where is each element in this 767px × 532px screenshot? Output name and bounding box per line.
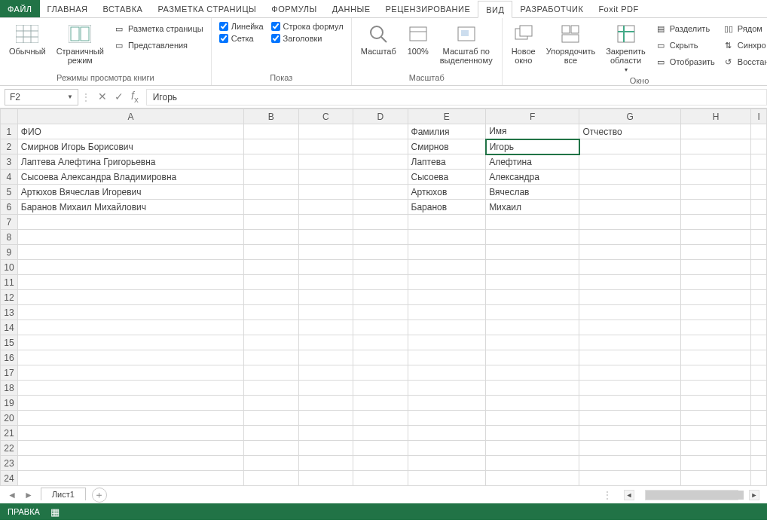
cell-D13[interactable] bbox=[353, 305, 408, 320]
cell-E15[interactable] bbox=[408, 335, 486, 350]
col-header-C[interactable]: C bbox=[298, 109, 353, 124]
cell-H8[interactable] bbox=[681, 230, 751, 245]
row-header-18[interactable]: 18 bbox=[1, 381, 18, 396]
cell-B10[interactable] bbox=[244, 260, 298, 275]
cell-I15[interactable] bbox=[751, 335, 767, 350]
cell-F11[interactable] bbox=[486, 275, 579, 290]
cell-B5[interactable] bbox=[244, 185, 298, 200]
cell-B18[interactable] bbox=[244, 381, 298, 396]
row-header-22[interactable]: 22 bbox=[1, 441, 18, 456]
cell-I2[interactable] bbox=[751, 139, 767, 154]
cell-A12[interactable] bbox=[17, 290, 243, 305]
cell-E9[interactable] bbox=[408, 245, 486, 260]
cell-F7[interactable] bbox=[486, 215, 579, 230]
cell-B6[interactable] bbox=[244, 200, 298, 215]
hide-button[interactable]: ▭Скрыть bbox=[653, 38, 717, 53]
cell-B20[interactable] bbox=[244, 411, 298, 426]
cell-I5[interactable] bbox=[751, 185, 767, 200]
cell-G5[interactable] bbox=[579, 185, 681, 200]
cell-F24[interactable] bbox=[486, 471, 579, 486]
cell-C16[interactable] bbox=[298, 350, 353, 365]
cell-A16[interactable] bbox=[17, 350, 243, 365]
cell-A18[interactable] bbox=[17, 381, 243, 396]
col-header-H[interactable]: H bbox=[681, 109, 751, 124]
cell-A11[interactable] bbox=[17, 275, 243, 290]
zoom-100-button[interactable]: 100% bbox=[404, 21, 432, 57]
tab-view[interactable]: ВИД bbox=[478, 1, 512, 18]
cell-F18[interactable] bbox=[486, 381, 579, 396]
cell-B3[interactable] bbox=[244, 154, 298, 170]
arrange-all-button[interactable]: Упорядочить все bbox=[543, 21, 598, 66]
cell-H23[interactable] bbox=[681, 456, 751, 471]
cell-I24[interactable] bbox=[751, 471, 767, 486]
cell-E11[interactable] bbox=[408, 275, 486, 290]
cell-H1[interactable] bbox=[681, 124, 751, 139]
cell-H2[interactable] bbox=[681, 139, 751, 154]
cell-E13[interactable] bbox=[408, 305, 486, 320]
cell-H17[interactable] bbox=[681, 365, 751, 381]
col-header-G[interactable]: G bbox=[579, 109, 681, 124]
cell-A6[interactable]: Баранов Михаил Михайлович bbox=[17, 200, 243, 215]
split-button[interactable]: ▤Разделить bbox=[653, 21, 717, 36]
cell-F4[interactable]: Александра bbox=[486, 170, 579, 185]
cell-G8[interactable] bbox=[579, 230, 681, 245]
cell-B14[interactable] bbox=[244, 320, 298, 335]
row-header-12[interactable]: 12 bbox=[1, 290, 18, 305]
name-box-dropdown-icon[interactable]: ▼ bbox=[67, 93, 73, 100]
tab-home[interactable]: ГЛАВНАЯ bbox=[40, 0, 96, 17]
cell-B7[interactable] bbox=[244, 215, 298, 230]
cell-B19[interactable] bbox=[244, 396, 298, 411]
new-window-button[interactable]: Новое окно bbox=[509, 21, 539, 66]
row-header-13[interactable]: 13 bbox=[1, 305, 18, 320]
cell-G24[interactable] bbox=[579, 471, 681, 486]
spreadsheet-grid[interactable]: ABCDEFGHI1ФИОФамилияИмяОтчество2Смирнов … bbox=[0, 109, 767, 485]
cell-G11[interactable] bbox=[579, 275, 681, 290]
cell-C13[interactable] bbox=[298, 305, 353, 320]
cell-C5[interactable] bbox=[298, 185, 353, 200]
cell-H19[interactable] bbox=[681, 396, 751, 411]
cell-D1[interactable] bbox=[353, 124, 408, 139]
cell-F20[interactable] bbox=[486, 411, 579, 426]
cell-I10[interactable] bbox=[751, 260, 767, 275]
cell-F5[interactable]: Вячеслав bbox=[486, 185, 579, 200]
tab-developer[interactable]: РАЗРАБОТЧИК bbox=[512, 0, 591, 17]
cell-F2[interactable]: Игорь bbox=[486, 139, 579, 154]
cell-B21[interactable] bbox=[244, 426, 298, 441]
cell-C8[interactable] bbox=[298, 230, 353, 245]
cell-D18[interactable] bbox=[353, 381, 408, 396]
cell-D4[interactable] bbox=[353, 170, 408, 185]
cell-C20[interactable] bbox=[298, 411, 353, 426]
cell-G22[interactable] bbox=[579, 441, 681, 456]
row-header-6[interactable]: 6 bbox=[1, 200, 18, 215]
freeze-panes-button[interactable]: Закрепить области▾ bbox=[603, 21, 649, 75]
cell-D6[interactable] bbox=[353, 200, 408, 215]
tab-page-layout[interactable]: РАЗМЕТКА СТРАНИЦЫ bbox=[150, 0, 264, 17]
cell-D7[interactable] bbox=[353, 215, 408, 230]
check-gridlines[interactable]: Сетка bbox=[218, 33, 265, 44]
cell-G6[interactable] bbox=[579, 200, 681, 215]
cell-I14[interactable] bbox=[751, 320, 767, 335]
cell-G19[interactable] bbox=[579, 396, 681, 411]
cell-D3[interactable] bbox=[353, 154, 408, 170]
cell-I22[interactable] bbox=[751, 441, 767, 456]
cell-C19[interactable] bbox=[298, 396, 353, 411]
cell-H5[interactable] bbox=[681, 185, 751, 200]
cell-I11[interactable] bbox=[751, 275, 767, 290]
cell-D16[interactable] bbox=[353, 350, 408, 365]
cell-I13[interactable] bbox=[751, 305, 767, 320]
scroll-left-icon[interactable]: ◄ bbox=[624, 490, 634, 500]
cell-I23[interactable] bbox=[751, 456, 767, 471]
cell-I7[interactable] bbox=[751, 215, 767, 230]
tab-formulas[interactable]: ФОРМУЛЫ bbox=[264, 0, 324, 17]
scroll-right-icon[interactable]: ► bbox=[749, 490, 759, 500]
cell-I3[interactable] bbox=[751, 154, 767, 170]
cell-H9[interactable] bbox=[681, 245, 751, 260]
col-header-A[interactable]: A bbox=[17, 109, 243, 124]
cell-H12[interactable] bbox=[681, 290, 751, 305]
tab-insert[interactable]: ВСТАВКА bbox=[96, 0, 151, 17]
row-header-1[interactable]: 1 bbox=[1, 124, 18, 139]
cell-B17[interactable] bbox=[244, 365, 298, 381]
cell-F6[interactable]: Михаил bbox=[486, 200, 579, 215]
cell-G17[interactable] bbox=[579, 365, 681, 381]
cell-C14[interactable] bbox=[298, 320, 353, 335]
